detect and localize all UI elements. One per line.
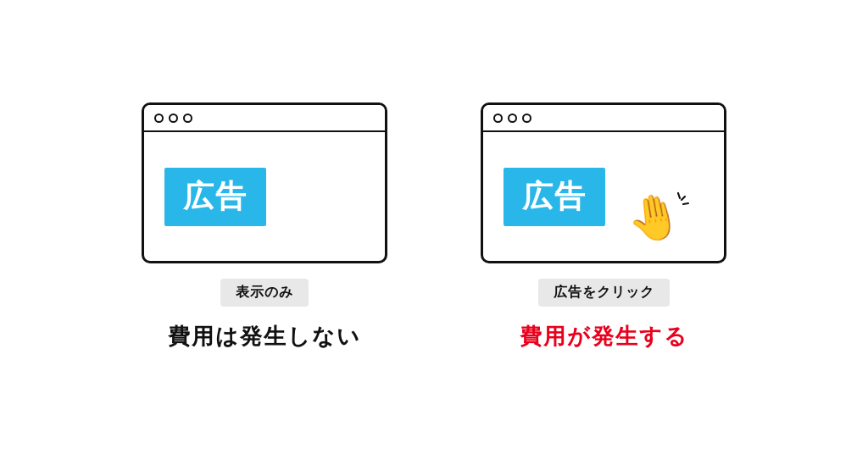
browser-dot-r1 <box>493 114 503 123</box>
browser-content-right: 広告 🤚 <box>483 132 724 261</box>
browser-titlebar-left <box>144 105 385 132</box>
badge-click: 広告をクリック <box>538 279 670 307</box>
browser-dot-3 <box>183 114 192 123</box>
browser-window-left: 広告 <box>142 102 387 263</box>
browser-titlebar-right <box>483 105 724 132</box>
browser-dot-2 <box>169 114 178 123</box>
panel-display-only: 広告 表示のみ 費用は発生しない <box>129 102 400 352</box>
svg-line-1 <box>682 197 685 200</box>
browser-window-right: 広告 🤚 <box>481 102 726 263</box>
cursor-wrapper: 🤚 <box>626 196 682 240</box>
browser-dot-r2 <box>508 114 517 123</box>
ad-block-left: 広告 <box>164 168 266 226</box>
badge-display-only: 表示のみ <box>220 279 309 307</box>
hand-pointer-icon: 🤚 <box>623 191 685 244</box>
ad-block-right: 広告 <box>504 168 605 226</box>
panel-click: 広告 🤚 広告をクリック 費用が発生する <box>468 102 739 352</box>
browser-dot-r3 <box>522 114 531 123</box>
svg-line-2 <box>683 203 688 204</box>
browser-dot-1 <box>154 114 164 123</box>
main-text-left: 費用は発生しない <box>168 322 361 352</box>
main-text-right: 費用が発生する <box>520 322 688 352</box>
browser-content-left: 広告 <box>144 132 385 261</box>
main-container: 広告 表示のみ 費用は発生しない 広告 <box>95 69 773 385</box>
